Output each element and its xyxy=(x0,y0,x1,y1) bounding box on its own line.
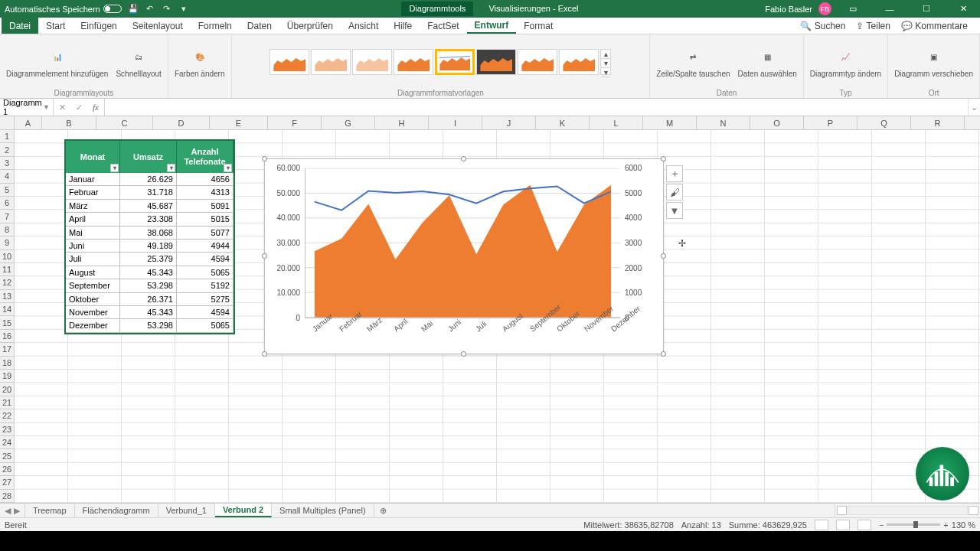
col-header[interactable]: N xyxy=(697,116,750,129)
undo-icon[interactable]: ↶ xyxy=(145,4,155,15)
tab-einfügen[interactable]: Einfügen xyxy=(73,18,124,34)
row-header[interactable]: 9 xyxy=(0,236,14,249)
row-header[interactable]: 19 xyxy=(0,370,14,383)
col-header[interactable]: C xyxy=(96,116,153,129)
col-header[interactable]: R xyxy=(911,116,965,129)
row-header[interactable]: 3 xyxy=(0,157,14,170)
col-header[interactable]: M xyxy=(643,116,697,129)
formula-expand-icon[interactable]: ⌄ xyxy=(968,99,980,116)
row-header[interactable]: 7 xyxy=(0,210,14,223)
table-cell[interactable]: 5065 xyxy=(177,266,234,279)
row-header[interactable]: 20 xyxy=(0,383,14,396)
row-header[interactable]: 24 xyxy=(0,436,14,449)
tab-daten[interactable]: Daten xyxy=(240,18,279,34)
table-row[interactable]: Januar26.6294656 xyxy=(66,173,234,186)
add-sheet-button[interactable]: ⊕ xyxy=(374,504,393,517)
share-button[interactable]: ⇪ Teilen xyxy=(856,21,890,31)
table-cell[interactable]: 5077 xyxy=(177,227,234,240)
row-header[interactable]: 6 xyxy=(0,197,14,210)
table-cell[interactable]: 53.298 xyxy=(120,279,177,292)
col-header[interactable]: F xyxy=(268,116,322,129)
row-header[interactable]: 22 xyxy=(0,409,14,422)
style-thumb-8[interactable] xyxy=(559,49,599,75)
resize-handle[interactable] xyxy=(262,156,267,161)
page-layout-button[interactable] xyxy=(836,520,850,530)
sheet-tab[interactable]: Verbund_1 xyxy=(158,504,215,517)
filter-icon[interactable]: ▾ xyxy=(110,164,119,172)
row-header[interactable]: 16 xyxy=(0,330,14,343)
move-chart-button[interactable]: ▣ Diagramm verschieben xyxy=(891,45,976,80)
table-cell[interactable]: 4594 xyxy=(177,306,234,319)
worksheet-grid[interactable]: ABCDEFGHIJKLMNOPQR 123456789101112131415… xyxy=(0,116,980,503)
col-header[interactable]: G xyxy=(322,116,375,129)
row-header[interactable]: 28 xyxy=(0,490,14,503)
table-row[interactable]: März45.6875091 xyxy=(66,200,234,213)
close-icon[interactable]: ✕ xyxy=(948,0,978,18)
table-cell[interactable]: 5091 xyxy=(177,200,234,213)
table-row[interactable]: Juli25.3794594 xyxy=(66,253,234,266)
row-header[interactable]: 15 xyxy=(0,316,14,329)
style-thumb-1[interactable] xyxy=(270,49,309,75)
zoom-control[interactable]: −+ 130 % xyxy=(879,520,975,530)
table-cell[interactable]: Dezember xyxy=(66,319,120,332)
table-cell[interactable]: April xyxy=(66,213,120,226)
sheet-tab[interactable]: Small Multiples (Panel) xyxy=(272,504,374,517)
filter-icon[interactable]: ▾ xyxy=(167,164,175,172)
table-row[interactable]: Juni49.1894944 xyxy=(66,240,234,253)
row-header[interactable]: 1 xyxy=(0,130,14,143)
tab-hilfe[interactable]: Hilfe xyxy=(386,18,420,34)
tab-file[interactable]: Datei xyxy=(2,18,38,34)
resize-handle[interactable] xyxy=(661,351,666,357)
table-cell[interactable]: 26.629 xyxy=(120,173,177,186)
table-cell[interactable]: Oktober xyxy=(66,293,120,306)
chart-styles-button[interactable]: 🖌 xyxy=(666,184,683,201)
sheet-tab[interactable]: Treemap xyxy=(25,504,75,517)
minimize-icon[interactable]: — xyxy=(874,0,905,18)
style-thumb-6[interactable] xyxy=(476,49,516,75)
col-header[interactable]: L xyxy=(590,116,643,129)
col-header[interactable]: J xyxy=(482,116,536,129)
formula-input[interactable] xyxy=(105,99,968,116)
style-thumb-5[interactable] xyxy=(435,49,475,75)
chart-filter-button[interactable]: ▼ xyxy=(666,202,683,219)
table-row[interactable]: April23.3085015 xyxy=(66,213,234,226)
maximize-icon[interactable]: ☐ xyxy=(911,0,942,18)
horizontal-scrollbar[interactable] xyxy=(835,504,980,517)
row-header[interactable]: 18 xyxy=(0,357,14,370)
table-row[interactable]: Februar31.7184313 xyxy=(66,186,234,199)
table-row[interactable]: Dezember53.2985065 xyxy=(66,319,234,332)
sheet-nav[interactable]: ◀▶ xyxy=(0,504,25,517)
table-cell[interactable]: 45.343 xyxy=(120,306,177,319)
table-cell[interactable]: 45.687 xyxy=(120,200,177,213)
row-header[interactable]: 27 xyxy=(0,476,14,489)
table-cell[interactable]: 5065 xyxy=(177,319,234,332)
style-thumb-7[interactable] xyxy=(518,49,557,75)
table-cell[interactable]: 25.379 xyxy=(120,253,177,266)
sheet-tab[interactable]: Verbund 2 xyxy=(215,504,272,517)
resize-handle[interactable] xyxy=(461,156,466,161)
table-cell[interactable]: September xyxy=(66,279,120,292)
table-row[interactable]: Oktober26.3715275 xyxy=(66,293,234,306)
add-chart-element-button[interactable]: 📊 Diagrammelement hinzufügen xyxy=(3,45,111,80)
table-cell[interactable]: November xyxy=(66,306,120,319)
table-cell[interactable]: 23.308 xyxy=(120,213,177,226)
col-header[interactable]: D xyxy=(153,116,210,129)
row-header[interactable]: 25 xyxy=(0,449,14,462)
table-cell[interactable]: 53.298 xyxy=(120,319,177,332)
row-header[interactable]: 17 xyxy=(0,343,14,356)
row-header[interactable]: 26 xyxy=(0,463,14,476)
tell-me[interactable]: 🔍 Suchen xyxy=(800,21,845,31)
table-cell[interactable]: 4944 xyxy=(177,240,234,253)
tab-überprüfen[interactable]: Überprüfen xyxy=(279,18,341,34)
sheet-tab[interactable]: Flächendiagramm xyxy=(75,504,158,517)
chart-elements-button[interactable]: ＋ xyxy=(666,165,683,182)
user-name[interactable]: Fabio Basler xyxy=(765,5,812,14)
select-all-corner[interactable] xyxy=(0,116,15,130)
ribbon-options-icon[interactable]: ▭ xyxy=(838,0,868,18)
col-header[interactable]: P xyxy=(804,116,858,129)
filter-icon[interactable]: ▾ xyxy=(224,164,232,172)
table-cell[interactable]: 31.718 xyxy=(120,186,177,199)
tab-ansicht[interactable]: Ansicht xyxy=(341,18,386,34)
toggle-icon[interactable] xyxy=(103,5,122,13)
row-header[interactable]: 14 xyxy=(0,303,14,316)
